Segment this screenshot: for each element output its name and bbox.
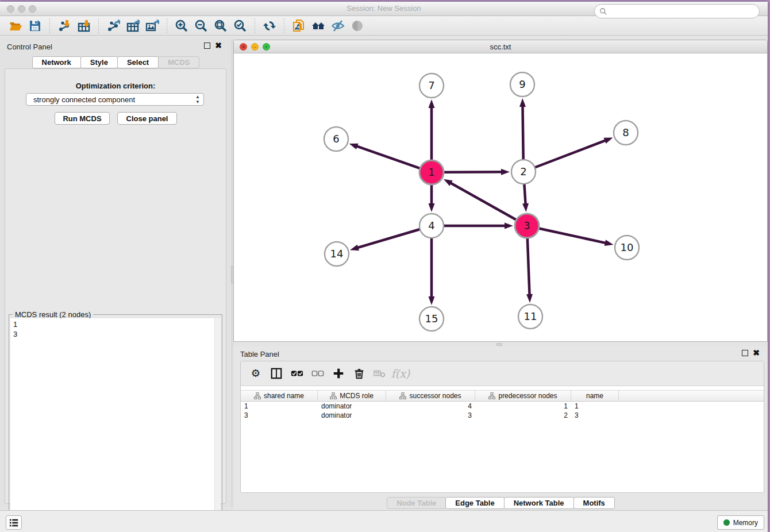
node-label: 7 bbox=[428, 79, 434, 91]
zoom-in-button[interactable] bbox=[172, 17, 191, 34]
memory-button[interactable]: Memory bbox=[717, 515, 764, 530]
table-cell[interactable]: 3 bbox=[386, 411, 475, 420]
table-cell[interactable]: 1 bbox=[475, 402, 571, 411]
table-panel-header: Table Panel ✖ bbox=[233, 346, 768, 361]
search-input[interactable] bbox=[610, 7, 759, 16]
export-image-button[interactable] bbox=[143, 17, 162, 34]
sort-icon bbox=[330, 392, 337, 399]
export-network-button[interactable] bbox=[103, 17, 123, 34]
edge-arrow-icon bbox=[501, 169, 510, 175]
run-mcds-button[interactable]: Run MCDS bbox=[55, 112, 110, 125]
import-network-button[interactable] bbox=[55, 17, 74, 34]
save-session-button[interactable] bbox=[25, 17, 45, 34]
mcds-result-scrollbar[interactable] bbox=[214, 318, 221, 529]
column-header-MCDS-role[interactable]: MCDS role bbox=[318, 391, 386, 401]
tab-motifs[interactable]: Motifs bbox=[573, 497, 615, 509]
hide-selected-button[interactable] bbox=[328, 17, 348, 34]
table-row[interactable]: 3dominator323 bbox=[241, 411, 764, 420]
zoom-fit-button[interactable] bbox=[211, 17, 230, 34]
network-canvas[interactable]: 7968124314101511 bbox=[234, 53, 767, 341]
criterion-dropdown[interactable]: strongly connected component ▲▼ bbox=[26, 93, 204, 106]
toolbar-separator bbox=[49, 18, 50, 33]
close-panel-icon[interactable]: ✖ bbox=[753, 348, 760, 357]
close-panel-button[interactable]: Close panel bbox=[117, 112, 177, 125]
graph-node-1[interactable]: 1 bbox=[419, 160, 444, 184]
float-panel-icon[interactable] bbox=[742, 350, 748, 356]
column-header-predecessor-nodes[interactable]: predecessor nodes bbox=[475, 391, 571, 401]
close-panel-icon[interactable]: ✖ bbox=[215, 41, 222, 50]
table-cell[interactable]: 3 bbox=[571, 411, 619, 420]
edge-2-3[interactable] bbox=[524, 184, 525, 205]
tab-style[interactable]: Style bbox=[80, 56, 118, 68]
column-header-successor-nodes[interactable]: successor nodes bbox=[386, 391, 475, 401]
toolbar-separator bbox=[98, 18, 99, 33]
edge-2-9[interactable] bbox=[522, 106, 523, 160]
delete-table-button bbox=[369, 363, 390, 384]
graph-node-9[interactable]: 9 bbox=[510, 72, 534, 97]
show-all-button[interactable] bbox=[348, 17, 367, 34]
edge-2-8[interactable] bbox=[535, 140, 606, 167]
tab-network[interactable]: Network bbox=[32, 56, 81, 68]
graph-node-2[interactable]: 2 bbox=[511, 160, 536, 184]
graph-node-8[interactable]: 8 bbox=[614, 121, 638, 145]
hide-selected-icon bbox=[331, 19, 345, 33]
edge-arrow-icon bbox=[605, 240, 614, 246]
tab-node-table[interactable]: Node Table bbox=[387, 497, 446, 509]
select-all-button[interactable] bbox=[287, 363, 307, 384]
table-cell[interactable]: dominator bbox=[318, 402, 386, 411]
export-table-button[interactable] bbox=[123, 17, 143, 34]
tab-mcds[interactable]: MCDS bbox=[158, 56, 199, 68]
network-window-titlebar[interactable]: ✕ − + scc.txt bbox=[234, 40, 767, 53]
graph-node-15[interactable]: 15 bbox=[419, 307, 444, 331]
mcds-result-text[interactable]: 1 3 bbox=[10, 318, 221, 529]
search-box[interactable] bbox=[594, 4, 760, 18]
toolbar-separator bbox=[284, 18, 284, 33]
column-header-name[interactable]: name bbox=[571, 391, 619, 401]
float-panel-icon[interactable] bbox=[204, 43, 210, 49]
splitter-grip[interactable] bbox=[496, 343, 502, 346]
edge-3-1[interactable] bbox=[450, 183, 516, 220]
show-all-icon bbox=[351, 19, 364, 33]
deselect-all-button[interactable] bbox=[307, 363, 328, 384]
tab-network-table[interactable]: Network Table bbox=[504, 497, 574, 509]
column-settings-button[interactable]: ⚙ bbox=[245, 363, 266, 384]
tab-select[interactable]: Select bbox=[117, 56, 159, 68]
graph-node-7[interactable]: 7 bbox=[419, 74, 444, 98]
graph-node-10[interactable]: 10 bbox=[615, 236, 639, 260]
sort-icon bbox=[399, 392, 406, 399]
edge-3-10[interactable] bbox=[539, 228, 606, 243]
import-table-icon bbox=[77, 19, 91, 33]
graph-node-11[interactable]: 11 bbox=[518, 304, 542, 329]
edge-3-11[interactable] bbox=[528, 238, 530, 295]
refresh-button[interactable] bbox=[260, 17, 279, 34]
edge-1-2[interactable] bbox=[444, 172, 502, 172]
zoom-out-button[interactable] bbox=[191, 17, 211, 34]
table-cell[interactable]: 2 bbox=[475, 411, 571, 420]
function-builder-icon: f(x) bbox=[391, 367, 410, 380]
show-column-button[interactable] bbox=[266, 363, 287, 384]
clone-network-button[interactable] bbox=[289, 17, 309, 34]
table-cell[interactable]: dominator bbox=[318, 411, 386, 420]
horizontal-splitter[interactable] bbox=[233, 342, 768, 346]
table-cell[interactable]: 1 bbox=[241, 402, 318, 411]
table-cell[interactable]: 3 bbox=[241, 411, 318, 420]
first-neighbors-button[interactable] bbox=[309, 17, 328, 34]
task-history-button[interactable] bbox=[6, 515, 22, 530]
graph-node-3[interactable]: 3 bbox=[515, 214, 539, 238]
tab-edge-table[interactable]: Edge Table bbox=[445, 497, 504, 509]
zoom-selected-button[interactable] bbox=[230, 17, 250, 34]
open-file-button[interactable] bbox=[6, 17, 25, 34]
table-row[interactable]: 1dominator411 bbox=[241, 402, 764, 411]
import-table-button[interactable] bbox=[74, 17, 94, 34]
search-icon bbox=[599, 7, 607, 16]
column-header-shared-name[interactable]: shared name bbox=[241, 391, 318, 401]
edge-4-14[interactable] bbox=[357, 229, 419, 248]
graph-node-4[interactable]: 4 bbox=[419, 214, 444, 238]
delete-column-button[interactable] bbox=[349, 363, 369, 384]
graph-node-6[interactable]: 6 bbox=[324, 127, 348, 151]
edge-1-6[interactable] bbox=[356, 146, 420, 168]
table-cell[interactable]: 1 bbox=[571, 402, 619, 411]
table-cell[interactable]: 4 bbox=[386, 402, 475, 411]
add-column-button[interactable] bbox=[328, 363, 349, 384]
graph-node-14[interactable]: 14 bbox=[325, 242, 349, 266]
